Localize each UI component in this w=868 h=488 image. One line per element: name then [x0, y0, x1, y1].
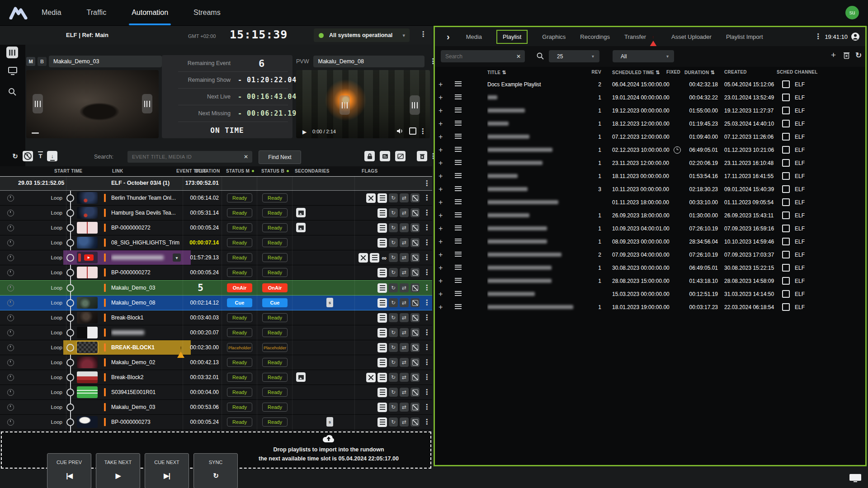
- playlist-row[interactable]: +207.09.2023 04:00:00.0007:26:10.1907.09…: [435, 248, 865, 261]
- tabs-kebab-menu[interactable]: ⋮: [814, 33, 821, 40]
- clock-off-toggle[interactable]: [23, 151, 33, 161]
- disable-flag-button[interactable]: [410, 268, 420, 277]
- disable-flag-button[interactable]: [410, 238, 420, 247]
- row-kebab-menu[interactable]: ⋮: [423, 418, 430, 426]
- event-thumbnail[interactable]: [77, 237, 98, 249]
- cue-prev-button[interactable]: CUE PREV|◀: [47, 453, 91, 488]
- rundown-row[interactable]: LoopBerlin Thunder Team Onl...00:06:14.0…: [0, 191, 432, 206]
- playlist-lines-button[interactable]: [455, 104, 462, 117]
- column-header-secondaries[interactable]: SECONDARIES: [295, 169, 330, 174]
- row-kebab-menu[interactable]: ⋮: [423, 329, 430, 336]
- play-icon[interactable]: ▶: [302, 129, 307, 135]
- event-thumbnail[interactable]: [77, 267, 98, 278]
- link-mode-label[interactable]: Loop: [27, 370, 62, 385]
- repeat-flag-button[interactable]: ↻: [389, 313, 398, 322]
- find-next-button[interactable]: Find Next: [259, 150, 301, 164]
- lock-button[interactable]: [364, 151, 375, 161]
- column-header-start-time[interactable]: START TIME: [54, 169, 82, 174]
- event-thumbnail[interactable]: [77, 282, 98, 294]
- column-header-link[interactable]: LINK: [112, 169, 123, 174]
- filter-toggle[interactable]: T: [35, 151, 46, 161]
- channel-checkbox[interactable]: [782, 196, 790, 209]
- repeat-flag-button[interactable]: ↻: [389, 208, 398, 217]
- link-circle[interactable]: [66, 269, 74, 277]
- rundown-row[interactable]: LoopBP-000000027200:00:05.24ReadyReady↻⇄…: [0, 221, 432, 235]
- program-title-input[interactable]: [49, 56, 162, 67]
- event-thumbnail[interactable]: [77, 357, 98, 368]
- playlist-flag-button[interactable]: [377, 418, 387, 427]
- playlist-row[interactable]: +108.09.2023 00:00:00.0028:34:56.0410.10…: [435, 235, 865, 248]
- subtitle-secondary-icon[interactable]: s: [326, 417, 333, 427]
- playlist-lines-button[interactable]: [455, 183, 462, 196]
- card-view-off-button[interactable]: [395, 151, 406, 161]
- column-header-status-m[interactable]: STATUS M: [226, 169, 254, 174]
- delete-button[interactable]: [417, 151, 427, 161]
- playlist-row[interactable]: +119.01.2024 00:00:00.0000:04:32.2223.01…: [435, 91, 865, 104]
- swap-flag-button[interactable]: ⇄: [400, 268, 409, 277]
- event-thumbnail[interactable]: [77, 207, 98, 219]
- user-icon[interactable]: [851, 32, 860, 41]
- player-kebab-menu[interactable]: ⋮: [419, 128, 426, 135]
- column-header-fixed[interactable]: FIXED: [666, 70, 680, 75]
- playlist-row[interactable]: +118.01.2023 19:00:00.0000:03:17.2322.03…: [435, 300, 865, 314]
- link-mode-label[interactable]: Loop: [27, 385, 62, 399]
- disable-flag-button[interactable]: [410, 208, 420, 217]
- link-circle[interactable]: [66, 254, 74, 262]
- playlist-flag-button[interactable]: [377, 388, 387, 397]
- playlist-row[interactable]: +Docs Example Playlist206.04.2024 15:00:…: [435, 78, 865, 91]
- sort-icon[interactable]: ⇅: [656, 70, 660, 75]
- row-kebab-menu[interactable]: ⋮: [423, 374, 430, 381]
- swap-flag-button[interactable]: ⇄: [400, 403, 409, 412]
- channel-checkbox[interactable]: [782, 78, 790, 91]
- playlist-row[interactable]: +123.11.2023 12:00:00.0002:20:06.1923.11…: [435, 156, 865, 169]
- playlist-lines-button[interactable]: [455, 235, 462, 248]
- repeat-flag-button[interactable]: ↻: [389, 283, 398, 292]
- channel-checkbox[interactable]: [782, 156, 790, 169]
- search-icon[interactable]: [536, 52, 544, 60]
- channel-checkbox[interactable]: [782, 261, 790, 274]
- repeat-flag-button[interactable]: ↻: [389, 358, 398, 367]
- link-circle[interactable]: [66, 389, 74, 396]
- graphic-secondary-icon[interactable]: [296, 372, 306, 382]
- tab-transfer[interactable]: Transfer!: [624, 33, 657, 40]
- disable-flag-button[interactable]: [410, 358, 420, 367]
- link-mode-label[interactable]: Loop: [27, 281, 62, 295]
- link-circle[interactable]: [66, 284, 74, 292]
- channel-checkbox[interactable]: [782, 117, 790, 130]
- playlist-row[interactable]: +102.12.2023 10:00:00.0006:49:05.0101.12…: [435, 143, 865, 156]
- graphic-secondary-icon[interactable]: [296, 223, 306, 232]
- channel-checkbox[interactable]: [782, 91, 790, 104]
- repeat-flag-button[interactable]: ↻: [389, 298, 398, 307]
- disable-flag-button[interactable]: [410, 298, 420, 307]
- link-mode-label[interactable]: Loop: [27, 250, 62, 265]
- playlist-lines-button[interactable]: [455, 248, 462, 261]
- row-kebab-menu[interactable]: ⋮: [423, 299, 430, 306]
- page-size-select[interactable]: 25 ▾: [549, 50, 599, 62]
- playlist-lines-button[interactable]: [455, 78, 462, 91]
- playlist-flag-button[interactable]: [377, 268, 387, 277]
- event-thumbnail[interactable]: [77, 416, 98, 428]
- tab-graphics[interactable]: Graphics: [542, 33, 566, 40]
- nav-item-media[interactable]: Media: [42, 0, 61, 25]
- add-to-rundown-button[interactable]: +: [439, 209, 443, 222]
- disable-flag-button[interactable]: [410, 223, 420, 232]
- disable-flag-button[interactable]: [410, 328, 420, 337]
- badge-b[interactable]: B: [38, 57, 47, 66]
- link-circle[interactable]: [66, 418, 74, 426]
- swap-flag-button[interactable]: ⇄: [400, 358, 409, 367]
- swap-flag-button[interactable]: ⇄: [400, 313, 409, 322]
- column-header-status-b[interactable]: STATUS B: [261, 169, 289, 174]
- transport-overlay-right[interactable]: [142, 94, 152, 113]
- pvw-title-input[interactable]: [313, 56, 425, 67]
- event-thumbnail[interactable]: [77, 386, 98, 398]
- add-to-rundown-button[interactable]: +: [439, 222, 443, 235]
- channel-checkbox[interactable]: [782, 274, 790, 287]
- disable-flag-button[interactable]: [410, 388, 420, 397]
- system-status-dropdown[interactable]: All systems operational ▾: [314, 28, 410, 42]
- disable-flag-button[interactable]: [410, 343, 420, 352]
- event-thumbnail[interactable]: [77, 222, 98, 234]
- nav-item-traffic[interactable]: Traffic: [87, 0, 107, 25]
- add-to-rundown-button[interactable]: +: [439, 261, 443, 274]
- event-thumbnail[interactable]: [77, 401, 98, 413]
- row-kebab-menu[interactable]: ⋮: [423, 254, 430, 261]
